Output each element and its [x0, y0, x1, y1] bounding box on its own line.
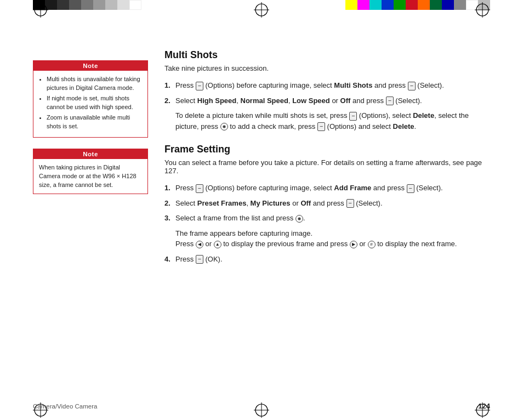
sidebar: Note Multi shots is unavailable for taki…: [33, 16, 148, 404]
substep-text4: (Options) and select Delete.: [325, 122, 416, 130]
multi-shots-section: Multi Shots Take nine pictures in succes…: [164, 49, 490, 132]
fs1-btn2: −: [407, 184, 414, 193]
frame-setting-title: Frame Setting: [164, 144, 490, 155]
frame-setting-section: Frame Setting You can select a frame bef…: [164, 144, 490, 264]
reg-mark-tr: [475, 2, 490, 18]
step-content-2: Select High Speed, Normal Speed, Low Spe…: [175, 95, 490, 106]
fs4-text1: Press: [175, 255, 196, 263]
cb-red: [406, 0, 418, 10]
frame-step-2: 2. Select Preset Frames, My Pictures or …: [164, 198, 490, 209]
step2-text-or: or: [330, 97, 340, 105]
fs2-text3: (Select).: [354, 199, 383, 207]
footer: Camera/Video Camera 124: [33, 402, 490, 410]
fs2-comma: ,: [246, 199, 250, 207]
fs2-bold-off: Off: [300, 199, 311, 207]
multi-shots-substep: To delete a picture taken while multi sh…: [175, 110, 490, 132]
step-content-1: Press − (Options) before capturing image…: [175, 80, 490, 91]
fs2-btn: −: [346, 199, 354, 208]
fs1-text1: Press: [175, 184, 196, 192]
cb-gray: [454, 0, 466, 10]
frame-step-num-4: 4.: [164, 254, 175, 265]
cb-magenta: [357, 0, 369, 10]
fs3-text2: .: [303, 214, 305, 222]
fs2-bold-mypic: My Pictures: [251, 199, 291, 207]
frame-step-num-1: 1.: [164, 183, 175, 194]
frame-setting-steps: 1. Press − (Options) before capturing im…: [164, 183, 490, 264]
multi-shots-step-1: 1. Press − (Options) before capturing im…: [164, 80, 490, 91]
note-box-1-list: Multi shots is unavailable for taking pi…: [39, 75, 142, 131]
step2-bold-lowspeed: Low Speed: [292, 97, 330, 105]
substep-btn-circle: [220, 123, 228, 130]
multi-shots-step-2: 2. Select High Speed, Normal Speed, Low …: [164, 95, 490, 106]
main-content: Multi Shots Take nine pictures in succes…: [148, 16, 490, 404]
step1-btn-select: −: [408, 82, 416, 90]
step1-text-options: (Options) before capturing image, select: [203, 81, 334, 89]
fs3-btn-circle: [295, 215, 303, 223]
note-box-2-body: When taking pictures in Digital Camera m…: [33, 159, 147, 194]
frame-step-content-2: Select Preset Frames, My Pictures or Off…: [175, 198, 490, 209]
substep-bold-delete1: Delete: [413, 111, 434, 120]
frame-note-text2: to display the next frame.: [376, 240, 457, 248]
step1-bold-multi: Multi Shots: [334, 81, 372, 89]
multi-shots-steps: 1. Press − (Options) before capturing im…: [164, 80, 490, 132]
fs2-text2: and press: [311, 199, 346, 207]
frame-step-content-1: Press − (Options) before capturing image…: [175, 183, 490, 194]
note-box-2: Note When taking pictures in Digital Cam…: [33, 149, 148, 195]
note-box-1-body: Multi shots is unavailable for taking pi…: [33, 71, 147, 137]
frame-setting-intro: You can select a frame before you take a…: [164, 158, 490, 175]
multi-shots-title: Multi Shots: [164, 49, 490, 61]
fs2-bold-preset: Preset Frames: [197, 199, 247, 207]
fs2-text-or: or: [291, 199, 301, 207]
step-num-1: 1.: [164, 80, 175, 91]
frame-note-btn-hash: #: [368, 241, 376, 248]
frame-note-or2: or: [357, 240, 368, 248]
gray-bar-9: [129, 0, 141, 10]
cb-yellow: [345, 0, 357, 10]
note-box-1-header: Note: [33, 61, 147, 71]
step2-text-end: (Select).: [394, 97, 422, 105]
note-box-2-header: Note: [33, 149, 147, 159]
gray-bar-7: [105, 0, 117, 10]
fs3-text1: Select a frame from the list and press: [175, 214, 295, 222]
fs1-text2: (Options) before capturing image, select: [203, 184, 334, 192]
frame-step-3: 3. Select a frame from the list and pres…: [164, 213, 490, 224]
gray-bar-8: [117, 0, 129, 10]
frame-note-text1: to display the previous frame and press: [221, 240, 350, 248]
step1-btn-options: −: [196, 82, 203, 90]
cb-blue: [382, 0, 394, 10]
fs1-text4: (Select).: [414, 184, 443, 192]
frame-step-content-3: Select a frame from the list and press .: [175, 213, 490, 224]
substep-btn-options2: −: [317, 122, 325, 131]
step2-comma1: ,: [236, 97, 240, 105]
step1-text-select: (Select).: [416, 81, 444, 89]
step2-bold-normalspeed: Normal Speed: [241, 97, 288, 105]
note-box-1: Note Multi shots is unavailable for taki…: [33, 60, 148, 138]
grayscale-bars: [33, 0, 141, 10]
gray-bar-4: [69, 0, 81, 10]
page-number: 124: [478, 402, 490, 410]
cb-darkgreen: [430, 0, 442, 10]
frame-step-num-3: 3.: [164, 213, 175, 224]
frame-note-or1: or: [203, 240, 214, 248]
substep-text1: To delete a picture taken while multi sh…: [175, 111, 349, 120]
step1-text-press: Press: [175, 81, 196, 89]
step2-text-select: Select: [175, 97, 197, 105]
gray-bar-6: [93, 0, 105, 10]
step2-bold-off: Off: [340, 97, 351, 105]
step2-bold-highspeed: High Speed: [197, 97, 237, 105]
fs2-text1: Select: [175, 199, 197, 207]
gray-bar-5: [81, 0, 93, 10]
cb-orange: [418, 0, 430, 10]
frame-step-content-4: Press − (OK).: [175, 254, 490, 265]
page-content: Note Multi shots is unavailable for taki…: [33, 16, 490, 404]
fs1-btn1: −: [196, 184, 203, 193]
substep-bold-delete2: Delete: [393, 122, 414, 130]
frame-note-btn-up: ▲: [214, 241, 221, 248]
step-num-2: 2.: [164, 95, 175, 106]
frame-sub-note: The frame appears before capturing image…: [175, 228, 490, 249]
gray-bar-3: [57, 0, 69, 10]
frame-note-press: Press: [175, 240, 196, 248]
cb-cyan: [369, 0, 382, 10]
note-box-1-item-2: If night mode is set, multi shots cannot…: [47, 94, 142, 112]
fs1-bold-addframe: Add Frame: [334, 184, 371, 192]
